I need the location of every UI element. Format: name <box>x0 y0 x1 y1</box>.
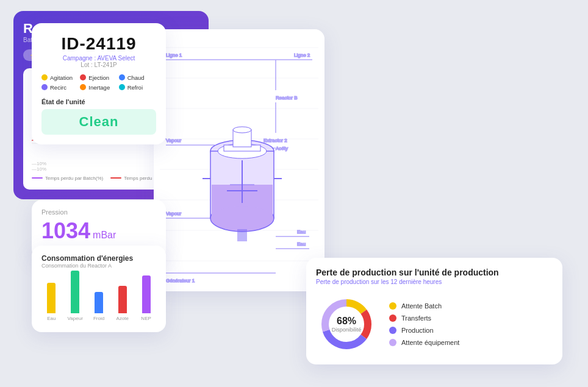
process-diagram-card: Ligne 1 Ligne 2 Reactor B Extractor 2 Ac… <box>154 29 324 291</box>
energy-title: Consommation d'énergies <box>41 254 156 263</box>
energy-card: Consommation d'énergies Consommation du … <box>32 246 166 332</box>
badge-label-inertage: Inertage <box>88 84 110 91</box>
pressure-number: 1034 <box>41 218 90 244</box>
badge-recirc: Recirc <box>41 84 79 91</box>
badge-inertage: Inertage <box>80 84 117 91</box>
legend-line-red <box>110 177 121 179</box>
id-lot: Lot : LT-241P <box>41 62 156 68</box>
label-attente-equipement: Attente équipement <box>401 339 459 346</box>
pressure-label: Pression <box>41 208 156 216</box>
donut-center: 68% Disponibilité <box>332 316 362 333</box>
badge-refroi: Refroi <box>119 84 156 91</box>
legend-production: Production <box>389 327 459 334</box>
svg-text:Extractor 2: Extractor 2 <box>264 138 287 143</box>
badge-agitation: Agitation <box>41 74 79 81</box>
process-svg: Ligne 1 Ligne 2 Reactor B Extractor 2 Ac… <box>154 29 324 291</box>
bar-label-vapeur: Vapeur <box>68 316 83 321</box>
svg-text:Vapour: Vapour <box>166 211 182 216</box>
legend-attente-batch: Attente Batch <box>389 302 459 310</box>
bar-label-nep: NEP <box>141 316 151 321</box>
svg-rect-37 <box>237 229 247 241</box>
pressure-unit: mBar <box>93 230 116 241</box>
legend-batch-pct: Temps perdu par Batch(%) <box>32 176 103 181</box>
badge-label-refroi: Refroi <box>127 84 143 91</box>
dot-attente-batch <box>389 302 396 310</box>
legend-transferts: Transferts <box>389 314 459 322</box>
svg-text:Ligne 1: Ligne 1 <box>166 52 182 58</box>
bar-group-nep: NEP <box>136 275 156 321</box>
donut-percentage: 68% <box>332 316 362 327</box>
dot-attente-equipement <box>389 339 396 346</box>
dot-agitation <box>41 74 48 80</box>
id-card: ID-24119 Campagne : AVEVA Select Lot : L… <box>32 23 166 144</box>
badge-label-chaud: Chaud <box>127 74 145 81</box>
y-label-left-2: —10% <box>32 166 46 172</box>
unit-label: État de l'unité <box>41 98 156 105</box>
prod-legend: Attente Batch Transferts Production Atte… <box>389 302 459 346</box>
bar-group-eau: Eau <box>41 283 62 321</box>
svg-text:Vapour: Vapour <box>166 138 182 143</box>
id-campaign: Campagne : AVEVA Select <box>41 55 156 62</box>
donut-label: Disponibilité <box>332 327 362 333</box>
scene: ID-24119 Campagne : AVEVA Select Lot : L… <box>13 11 575 377</box>
label-attente-batch: Attente Batch <box>401 302 442 310</box>
svg-text:Eau: Eau <box>297 229 306 235</box>
donut-chart: 68% Disponibilité <box>316 294 377 355</box>
y-label-left-1: —10% <box>32 161 46 166</box>
dot-chaud <box>119 74 125 80</box>
bar-group-vapeur: Vapeur <box>65 271 85 321</box>
svg-text:Reactor B: Reactor B <box>276 95 298 101</box>
svg-point-32 <box>212 206 273 230</box>
svg-text:Acéty: Acéty <box>276 146 288 151</box>
legend-label-pct: Temps perdu par Batch(%) <box>45 176 103 181</box>
bar-label-froid: Froid <box>93 316 104 321</box>
badges-grid: Agitation Ejection Chaud Recirc Inertage… <box>41 74 156 91</box>
dot-recirc <box>41 84 48 90</box>
prod-content: 68% Disponibilité Attente Batch Transfer… <box>316 294 553 355</box>
svg-text:Générateur 1: Générateur 1 <box>166 278 195 283</box>
bar-group-froid: Froid <box>89 292 109 321</box>
pressure-value: 1034 mBar <box>41 218 156 244</box>
dot-transferts <box>389 314 396 322</box>
status-badge: Clean <box>41 109 156 135</box>
dot-inertage <box>80 84 86 90</box>
badge-label-agitation: Agitation <box>50 74 73 81</box>
dot-production <box>389 327 396 334</box>
svg-point-36 <box>233 127 251 133</box>
bar-label-eau: Eau <box>47 316 56 321</box>
bar-froid <box>95 292 103 313</box>
legend-line-purple <box>32 177 43 179</box>
badge-label-ejection: Ejection <box>88 74 109 81</box>
label-transferts: Transferts <box>401 314 431 322</box>
bar-nep <box>142 275 151 313</box>
bar-azote <box>118 286 127 313</box>
dot-ejection <box>80 74 86 80</box>
id-title: ID-24119 <box>41 34 156 54</box>
prod-sub: Perte de production sur les 12 dernière … <box>316 279 553 285</box>
badge-ejection: Ejection <box>80 74 117 81</box>
badge-label-recirc: Recirc <box>50 84 66 91</box>
bar-group-azote: Azote <box>112 286 132 321</box>
svg-text:Eau: Eau <box>297 241 306 247</box>
bar-eau <box>47 283 56 313</box>
label-production: Production <box>401 327 434 334</box>
bar-label-azote: Azote <box>117 316 129 321</box>
production-card: Perte de production sur l'unité de produ… <box>306 258 562 364</box>
badge-chaud: Chaud <box>119 74 156 81</box>
prod-title: Perte de production sur l'unité de produ… <box>316 268 553 277</box>
energy-sub: Consommation du Reactor A <box>41 263 156 269</box>
svg-text:Ligne 2: Ligne 2 <box>294 52 310 58</box>
bar-chart: Eau Vapeur Froid Azote NEP <box>41 275 156 324</box>
legend-attente-equipement: Attente équipement <box>389 339 459 346</box>
bar-vapeur <box>71 271 79 313</box>
dot-refroi <box>119 84 125 90</box>
